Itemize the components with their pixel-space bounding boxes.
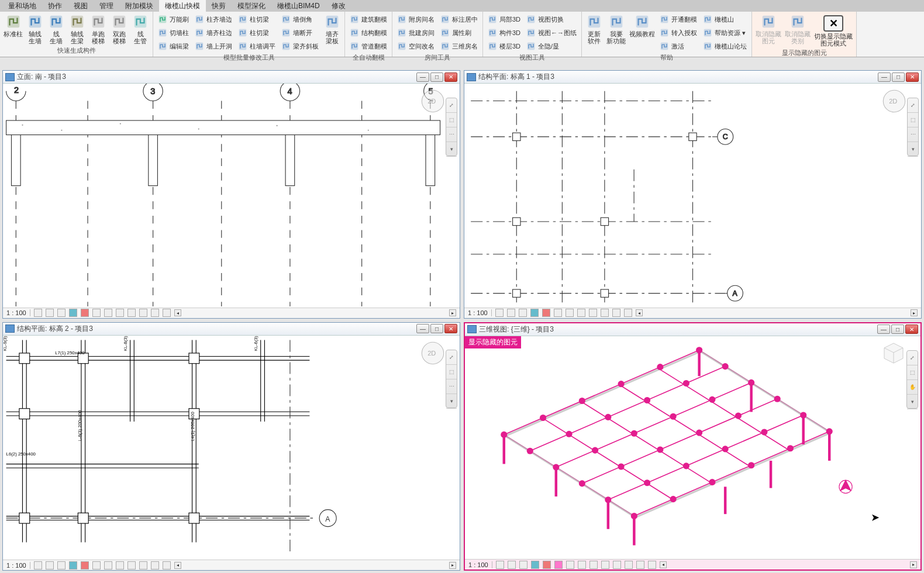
sb-icon[interactable] (163, 561, 171, 569)
ribbon-item-view-sheet[interactable]: 视图←→图纸 (524, 26, 579, 39)
sb-icon[interactable] (636, 561, 644, 569)
sb-icon[interactable] (508, 561, 516, 569)
close-button[interactable]: ✕ (444, 324, 457, 333)
menu-item[interactable]: 附加模块 (119, 0, 159, 12)
ribbon-btn-stair-single[interactable]: 单跑 楼梯 (88, 13, 108, 46)
ribbon-item-struct[interactable]: 结构翻模 (347, 26, 389, 39)
sb-icon[interactable] (46, 309, 54, 317)
sb-icon[interactable] (139, 309, 147, 317)
scroll-right-icon[interactable]: ▸ (449, 309, 456, 316)
sb-icon[interactable] (566, 309, 574, 317)
ribbon-item-3d-room[interactable]: 三维房名 (438, 40, 480, 53)
sb-icon[interactable] (648, 561, 656, 569)
sb-icon[interactable] (601, 561, 609, 569)
ribbon-btn-wall-beam[interactable]: 墙齐 梁板 (322, 13, 342, 53)
canvas-plan-l1[interactable]: C A 2D ⤢⬚⋯▾ (464, 84, 921, 308)
ribbon-btn-wall-line[interactable]: 线 生墙 (46, 13, 66, 46)
ribbon-item-arch[interactable]: 建筑翻模 (347, 13, 389, 26)
sb-icon[interactable] (554, 309, 562, 317)
ribbon-item-align2[interactable]: 墙齐柱边 (192, 26, 235, 39)
sb-icon[interactable] (69, 309, 77, 317)
sb-icon[interactable] (127, 309, 136, 317)
sb-icon[interactable] (496, 561, 504, 569)
sb-icon[interactable] (34, 561, 42, 569)
scale-label[interactable]: 1 : 100 (6, 309, 26, 316)
scroll-left-icon[interactable]: ◂ (636, 309, 643, 316)
panel-titlebar[interactable]: 立面: 南 - 项目3 — □ ✕ (3, 71, 460, 84)
ribbon-item-slope[interactable]: 梁齐斜板 (279, 40, 321, 53)
sb-icon[interactable] (589, 561, 598, 569)
sb-icon[interactable] (625, 561, 633, 569)
steering-wheel[interactable]: ⤢⬚⋯▾ (446, 98, 457, 156)
ribbon-item-view-sw[interactable]: 视图切换 (524, 13, 579, 26)
ribbon-btn-toggle-hidden[interactable]: ✕切换显示隐藏 图元模式 (813, 13, 854, 48)
scale-label[interactable]: 1 : 100 (468, 309, 488, 316)
ribbon-item-space-ren[interactable]: 空间改名 (395, 40, 437, 53)
menu-item[interactable]: 橄榄山BIM4D (271, 0, 326, 12)
ribbon-item-cut[interactable]: 切墙柱 (156, 26, 191, 39)
ribbon-item-level[interactable]: 柱墙调平 (236, 40, 278, 53)
panel-titlebar[interactable]: 三维视图: {三维} - 项目3 — □ ✕ (465, 323, 920, 336)
ribbon-btn-video[interactable]: 视频教程 (628, 13, 656, 53)
steering-wheel[interactable]: ⤢⬚⋯▾ (907, 98, 919, 156)
ribbon-item-cut2[interactable]: 柱切梁 (236, 13, 278, 26)
panel-titlebar[interactable]: 结构平面: 标高 1 - 项目3 — □ ✕ (464, 71, 921, 84)
sb-icon[interactable] (566, 561, 574, 569)
ribbon-item-brush[interactable]: 万能刷 (156, 13, 191, 26)
nav-2d-icon[interactable]: 2D (420, 88, 446, 114)
ribbon-btn-unhide[interactable]: 取消隐藏 图元 (754, 13, 782, 48)
ribbon-item-opening[interactable]: 墙上开洞 (192, 40, 235, 53)
sb-icon[interactable] (554, 561, 563, 569)
sb-icon[interactable] (577, 309, 585, 317)
ribbon-btn-unhide[interactable]: 取消隐藏 类别 (784, 13, 812, 48)
ribbon-item-cut3[interactable]: 柱切梁 (236, 26, 278, 39)
ribbon-btn-beam-axis[interactable]: 轴线 生梁 (67, 13, 87, 46)
sb-icon[interactable] (542, 309, 550, 317)
close-button[interactable]: ✕ (905, 325, 918, 334)
sb-icon[interactable] (578, 561, 586, 569)
sb-icon[interactable] (92, 309, 101, 317)
ribbon-btn-pipe-line[interactable]: 线 生管 (130, 13, 150, 46)
sb-icon[interactable] (139, 561, 147, 569)
ribbon-item-tag-center[interactable]: 标注居中 (438, 13, 480, 26)
maximize-button[interactable]: □ (430, 73, 443, 82)
sb-icon[interactable] (519, 561, 527, 569)
scroll-left-icon[interactable]: ◂ (174, 562, 181, 569)
sb-icon[interactable] (46, 561, 54, 569)
ribbon-item-floor3d[interactable]: 楼层3D (485, 40, 523, 53)
canvas-elevation[interactable]: 2 3 4 5 (3, 84, 460, 308)
menu-item[interactable]: 视图 (68, 0, 94, 12)
sb-icon[interactable] (116, 561, 124, 569)
ribbon-item-room-name[interactable]: 附房间名 (395, 13, 437, 26)
sb-icon[interactable] (163, 309, 171, 317)
sb-icon[interactable] (495, 309, 504, 317)
nav-2d-icon[interactable]: 2D (420, 340, 446, 366)
ribbon-btn-wall-axis[interactable]: 轴线 生墙 (25, 13, 45, 46)
sb-icon[interactable] (127, 561, 136, 569)
sb-icon[interactable] (57, 561, 65, 569)
sb-icon[interactable] (543, 561, 551, 569)
sb-icon[interactable] (531, 561, 539, 569)
menu-item[interactable]: 协作 (42, 0, 68, 12)
ribbon-item-elem3d[interactable]: 构件3D (485, 26, 523, 39)
maximize-button[interactable]: □ (430, 324, 443, 333)
menu-item[interactable]: 修改 (326, 0, 351, 12)
menu-item-active[interactable]: 橄榄山快模 (159, 0, 206, 12)
maximize-button[interactable]: □ (892, 73, 905, 82)
ribbon-item-forum[interactable]: 橄榄山论坛 (701, 40, 749, 53)
ribbon-item-local3d[interactable]: 局部3D (485, 13, 523, 26)
ribbon-item-chamfer[interactable]: 墙倒角 (279, 13, 321, 26)
minimize-button[interactable]: — (878, 73, 891, 82)
ribbon-item-hide-show[interactable]: 全隐/显 (524, 40, 579, 53)
scroll-right-icon[interactable]: ▸ (449, 562, 456, 569)
sb-icon[interactable] (34, 309, 42, 317)
sb-icon[interactable] (104, 561, 112, 569)
panel-titlebar[interactable]: 结构平面: 标高 2 - 项目3 — □ ✕ (3, 323, 460, 336)
maximize-button[interactable]: □ (891, 325, 904, 334)
ribbon-item-olive[interactable]: 橄榄山 (701, 13, 749, 26)
scale-label[interactable]: 1 : 100 (6, 562, 26, 569)
sb-icon[interactable] (613, 561, 621, 569)
minimize-button[interactable]: — (416, 324, 429, 333)
scroll-right-icon[interactable]: ▸ (911, 309, 918, 316)
ribbon-btn-stair-double[interactable]: 双跑 楼梯 (109, 13, 129, 46)
